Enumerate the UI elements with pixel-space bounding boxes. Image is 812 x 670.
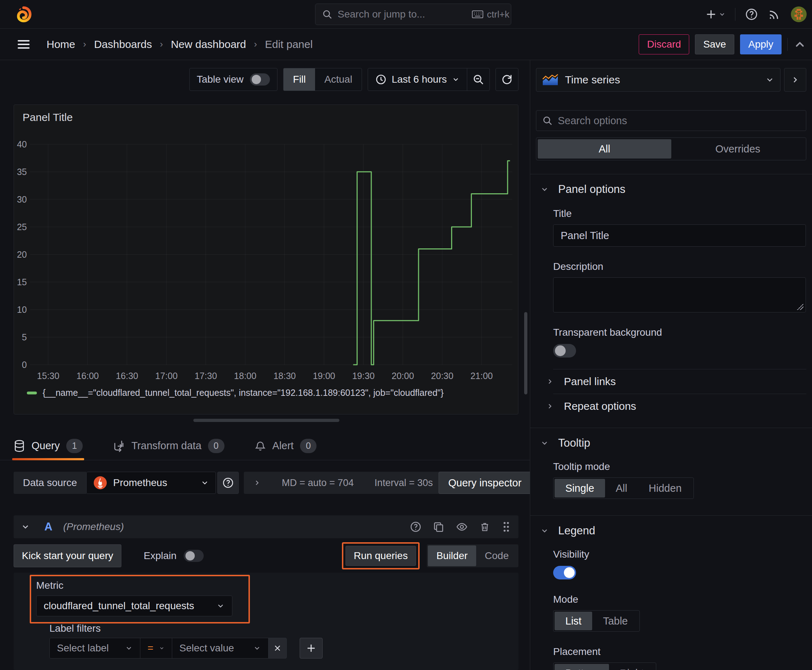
- options-search-input[interactable]: [558, 115, 800, 127]
- alert-count-badge: 0: [300, 439, 317, 453]
- code-option[interactable]: Code: [476, 545, 517, 566]
- query-inspector-button[interactable]: Query inspector: [439, 472, 531, 494]
- news-feed-icon[interactable]: [768, 7, 781, 21]
- tooltip-all-option[interactable]: All: [605, 479, 638, 497]
- hide-query-icon[interactable]: [455, 521, 468, 533]
- query-help-icon[interactable]: [410, 521, 422, 533]
- run-queries-button[interactable]: Run queries: [346, 546, 416, 566]
- section-tooltip[interactable]: Tooltip: [536, 428, 806, 457]
- chevron-down-icon: [216, 602, 225, 610]
- close-icon: [273, 643, 282, 653]
- menu-toggle-icon[interactable]: [16, 37, 32, 52]
- datasource-picker[interactable]: Prometheus: [86, 472, 216, 494]
- mode-list-option[interactable]: List: [554, 612, 592, 630]
- mode-table-option[interactable]: Table: [592, 612, 638, 630]
- select-label-dropdown[interactable]: Select label: [49, 638, 140, 658]
- refresh-button[interactable]: [496, 68, 518, 91]
- section-panel-links[interactable]: Panel links: [546, 369, 806, 394]
- metric-highlight: Metric cloudflared_tunnel_total_requests: [30, 575, 250, 623]
- actual-option[interactable]: Actual: [315, 68, 362, 91]
- duplicate-query-icon[interactable]: [432, 521, 445, 533]
- add-filter-button[interactable]: [300, 638, 322, 658]
- tooltip-single-option[interactable]: Single: [554, 479, 605, 497]
- collapse-header-icon[interactable]: [793, 38, 806, 51]
- panel-resize-handle[interactable]: [193, 419, 339, 422]
- panel-title: Panel Title: [22, 111, 73, 124]
- grafana-logo-icon[interactable]: [15, 6, 32, 23]
- drag-handle-icon[interactable]: [501, 521, 511, 533]
- toggle-viz-suggestions-button[interactable]: [784, 68, 806, 91]
- query-ref-id[interactable]: A: [44, 520, 52, 533]
- svg-text:15: 15: [17, 277, 27, 287]
- query-ref-datasource: (Prometheus): [63, 521, 124, 533]
- tab-alert[interactable]: Alert 0: [254, 431, 317, 460]
- breadcrumb-edit-panel: Edit panel: [265, 38, 312, 51]
- resize-grip-icon[interactable]: [797, 303, 804, 310]
- breadcrumb-home[interactable]: Home: [47, 38, 75, 51]
- time-range-picker[interactable]: Last 6 hours: [368, 68, 467, 91]
- operator-dropdown[interactable]: =: [140, 638, 172, 658]
- time-range-label: Last 6 hours: [392, 74, 447, 85]
- tooltip-hidden-option[interactable]: Hidden: [638, 479, 692, 497]
- table-view-label: Table view: [197, 74, 244, 85]
- metric-select[interactable]: cloudflared_tunnel_total_requests: [36, 596, 232, 616]
- options-search[interactable]: [536, 110, 806, 131]
- kick-start-query-button[interactable]: Kick start your query: [14, 544, 121, 567]
- tab-query[interactable]: Query 1: [14, 431, 83, 460]
- svg-text:35: 35: [17, 167, 27, 177]
- description-textarea[interactable]: [553, 277, 806, 313]
- time-range-group: Last 6 hours: [368, 68, 490, 91]
- remove-filter-button[interactable]: [268, 638, 287, 658]
- legend-visibility-toggle[interactable]: [553, 566, 576, 579]
- scrollbar-thumb[interactable]: [524, 312, 527, 394]
- panel-title-input[interactable]: [553, 224, 806, 247]
- section-repeat-options[interactable]: Repeat options: [546, 394, 806, 418]
- placement-right-option[interactable]: Right: [609, 664, 655, 670]
- delete-query-icon[interactable]: [479, 521, 490, 533]
- global-search[interactable]: ctrl+k: [315, 3, 511, 25]
- section-legend[interactable]: Legend: [536, 516, 806, 544]
- table-view-toggle[interactable]: [250, 73, 270, 86]
- discard-button[interactable]: Discard: [639, 34, 689, 54]
- visualization-picker[interactable]: Time series: [536, 68, 780, 91]
- section-panel-options[interactable]: Panel options: [536, 174, 806, 203]
- tab-overrides[interactable]: Overrides: [671, 139, 805, 159]
- user-avatar[interactable]: [790, 6, 807, 22]
- tab-all[interactable]: All: [538, 139, 671, 159]
- chevron-down-icon: [540, 185, 549, 194]
- search-icon: [542, 115, 553, 126]
- add-new-button[interactable]: [705, 8, 726, 20]
- tooltip-mode-label: Tooltip mode: [553, 461, 805, 472]
- tooltip-mode-switch: Single All Hidden: [553, 477, 694, 499]
- zoom-out-button[interactable]: [467, 68, 490, 91]
- global-search-input[interactable]: [337, 8, 467, 20]
- svg-text:25: 25: [17, 222, 27, 232]
- svg-text:18:30: 18:30: [273, 371, 296, 381]
- breadcrumb-new-dashboard[interactable]: New dashboard: [171, 38, 246, 51]
- datasource-help-button[interactable]: [217, 472, 239, 494]
- save-button[interactable]: Save: [695, 34, 734, 54]
- svg-text:20: 20: [17, 249, 27, 259]
- visualization-name: Time series: [565, 74, 759, 86]
- placement-bottom-option[interactable]: Bottom: [554, 664, 609, 670]
- divider: [787, 38, 788, 51]
- help-button[interactable]: [745, 7, 758, 21]
- legend-item[interactable]: {__name__="cloudflared_tunnel_total_requ…: [27, 387, 444, 398]
- max-datapoints-stat: MD = auto = 704: [282, 477, 354, 489]
- builder-option[interactable]: Builder: [428, 545, 476, 566]
- breadcrumb-dashboards[interactable]: Dashboards: [94, 38, 152, 51]
- tab-transform-data[interactable]: Transform data 0: [113, 431, 224, 460]
- chevron-down-icon: [719, 11, 726, 18]
- chevron-right-icon[interactable]: [253, 479, 261, 487]
- query-row-header[interactable]: A (Prometheus): [14, 515, 519, 538]
- chevron-down-icon[interactable]: [21, 522, 30, 531]
- datasource-label: Data source: [14, 472, 86, 494]
- datasource-name: Prometheus: [113, 477, 195, 489]
- fill-option[interactable]: Fill: [283, 68, 315, 91]
- select-value-dropdown[interactable]: Select value: [172, 638, 268, 658]
- explain-toggle[interactable]: [184, 550, 204, 562]
- apply-button[interactable]: Apply: [740, 34, 781, 54]
- chevron-down-icon: [540, 526, 549, 535]
- explain-label: Explain: [144, 550, 176, 562]
- transparent-bg-toggle[interactable]: [553, 344, 576, 357]
